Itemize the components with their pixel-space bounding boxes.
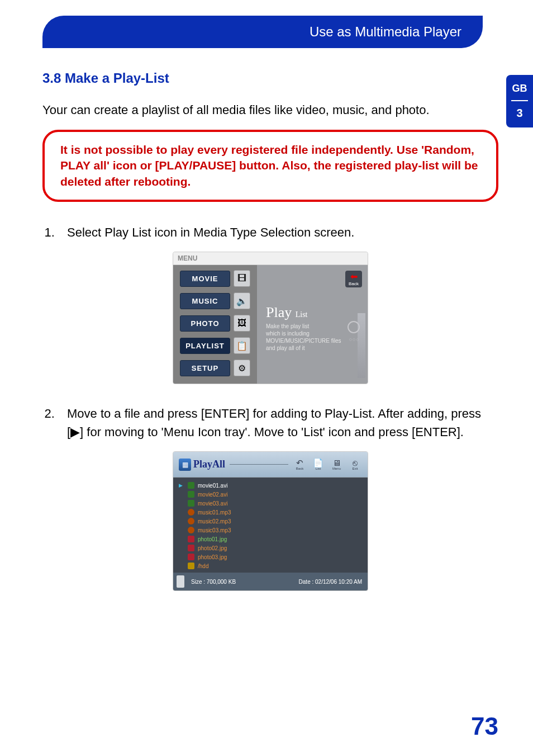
- side-tab-divider: [511, 100, 528, 101]
- menu-item-playlist[interactable]: PLAYLIST 📋: [177, 336, 254, 356]
- back-label: Back: [349, 281, 359, 286]
- menu-item-photo[interactable]: PHOTO 🖼: [177, 313, 254, 333]
- music-file-icon: [188, 527, 194, 533]
- music-file-icon: [188, 518, 194, 525]
- exit-icon: ⎋: [353, 459, 358, 467]
- file-row[interactable]: music02.mp3: [179, 517, 362, 526]
- music-file-icon: [188, 509, 194, 516]
- ss1-right-pane: ⬅ Back Play List Make the play list whic…: [257, 265, 368, 384]
- status-bar: Size : 700,000 KB Date : 02/12/06 10:20 …: [173, 573, 368, 590]
- menu-item-label: MOVIE: [180, 271, 230, 287]
- dots-icon: ○○○: [349, 337, 360, 342]
- file-row[interactable]: music03.mp3: [179, 526, 362, 535]
- disc-icon: [348, 321, 360, 333]
- ss1-desc-line: MOVIE/MUSIC/PICTURE files: [266, 337, 362, 344]
- file-row[interactable]: music01.mp3: [179, 508, 362, 517]
- ss1-desc-line: and play all of it: [266, 344, 362, 352]
- chapter-banner: Use as Multimedia Player: [42, 16, 483, 48]
- back-button[interactable]: ⬅ Back: [345, 271, 362, 287]
- ss1-title-sub: List: [296, 310, 308, 319]
- photo-file-icon: [188, 536, 194, 542]
- back-icon: ↶: [296, 459, 303, 467]
- disk-icon: [188, 563, 194, 569]
- menu-screenshot: MENU MOVIE 🎞 MUSIC 🔈 PHOTO 🖼: [173, 252, 368, 384]
- file-row[interactable]: photo01.jpg: [179, 535, 362, 544]
- step-2: Move to a file and press [ENTER] for add…: [58, 404, 498, 441]
- status-size: Size : 700,000 KB: [191, 579, 236, 585]
- ss2-title: PlayAll: [193, 459, 225, 470]
- intro-text: Your can create a playlist of all media …: [42, 103, 498, 117]
- play-marker-icon: ▶: [179, 483, 184, 488]
- toolbar-menu-button[interactable]: 🖥Menu: [330, 457, 344, 471]
- file-row[interactable]: ▶movie01.avi: [179, 481, 362, 490]
- app-logo-icon: ▦: [179, 459, 191, 471]
- decor-pillar: [358, 313, 365, 378]
- photo-file-icon: [188, 554, 194, 560]
- ss2-toolbar: ▦ PlayAll ↶Back 📄List 🖥Menu ⎋Exit: [173, 452, 368, 478]
- toolbar-back-button[interactable]: ↶Back: [293, 457, 307, 471]
- file-list: ▶movie01.avi movie02.avi movie03.avi mus…: [173, 478, 368, 573]
- file-row[interactable]: movie03.avi: [179, 499, 362, 508]
- side-tab: GB 3: [506, 75, 533, 127]
- side-tab-chapter: 3: [506, 107, 533, 120]
- toolbar-list-button[interactable]: 📄List: [311, 457, 325, 471]
- file-row[interactable]: photo02.jpg: [179, 544, 362, 552]
- film-icon: 🎞: [234, 270, 250, 287]
- step-1: Select Play List icon in Media Type Sele…: [58, 223, 498, 242]
- speaker-icon: 🔈: [234, 292, 250, 309]
- movie-file-icon: [188, 482, 194, 489]
- list-icon: 📄: [313, 459, 323, 467]
- back-arrow-icon: ⬅: [350, 272, 358, 281]
- file-row[interactable]: photo03.jpg: [179, 552, 362, 561]
- section-title: 3.8 Make a Play-List: [42, 70, 498, 86]
- step-list: Select Play List icon in Media Type Sele…: [58, 223, 498, 242]
- side-tab-lang: GB: [506, 83, 533, 94]
- menu-item-music[interactable]: MUSIC 🔈: [177, 291, 254, 311]
- photo-icon: 🖼: [234, 315, 250, 332]
- toolbar-exit-button[interactable]: ⎋Exit: [348, 457, 362, 471]
- menu-icon: 🖥: [332, 459, 341, 467]
- status-date: Date : 02/12/06 10:20 AM: [299, 579, 362, 585]
- movie-file-icon: [188, 500, 194, 507]
- file-row[interactable]: movie02.avi: [179, 490, 362, 499]
- ss1-desc-line: which is including: [266, 330, 362, 337]
- playlist-icon: 📋: [234, 337, 250, 354]
- playall-screenshot: ▦ PlayAll ↶Back 📄List 🖥Menu ⎋Exit ▶movie…: [173, 451, 368, 591]
- menu-item-label: MUSIC: [180, 293, 230, 309]
- warning-text: It is not possible to play every registe…: [60, 142, 480, 190]
- menu-item-label: PHOTO: [180, 315, 230, 332]
- file-row[interactable]: /hdd: [179, 561, 362, 570]
- ss1-title-main: Play: [266, 304, 292, 320]
- page-number: 73: [471, 712, 498, 740]
- menu-item-movie[interactable]: MOVIE 🎞: [177, 268, 254, 289]
- banner-title: Use as Multimedia Player: [310, 24, 461, 40]
- step-list-cont: Move to a file and press [ENTER] for add…: [58, 404, 498, 441]
- menu-item-label: SETUP: [180, 360, 230, 376]
- warning-box: It is not possible to play every registe…: [42, 130, 498, 202]
- ss1-sidebar: MOVIE 🎞 MUSIC 🔈 PHOTO 🖼 PLAYLIST 📋: [173, 265, 257, 384]
- photo-file-icon: [188, 545, 194, 551]
- movie-file-icon: [188, 491, 194, 498]
- menu-item-setup[interactable]: SETUP ⚙: [177, 358, 254, 378]
- menu-item-label: PLAYLIST: [180, 338, 230, 354]
- setup-icon: ⚙: [234, 360, 250, 376]
- ss1-header: MENU: [173, 252, 368, 265]
- device-icon: [177, 575, 184, 588]
